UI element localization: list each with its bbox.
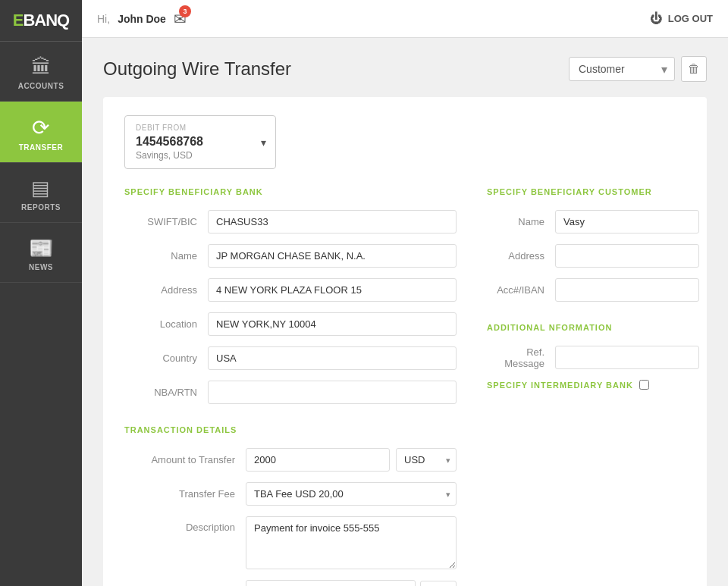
additional-info-section: ADDITIONAL NFORMATION Ref. Message — [487, 323, 699, 369]
nba-row: NBA/RTN — [124, 381, 457, 404]
bank-address-row: Address — [124, 278, 457, 302]
accounts-icon: 🏛 — [31, 55, 52, 79]
greeting: Hi, — [97, 13, 110, 25]
swift-label: SWIFT/BIC — [124, 216, 208, 227]
description-textarea[interactable] — [246, 516, 457, 569]
keyboard-button[interactable]: ⌨ ▾ — [420, 581, 457, 587]
ref-input[interactable] — [555, 346, 699, 369]
sidebar-item-transfer[interactable]: ⟳ TRANSFER — [0, 102, 82, 163]
logout-button[interactable]: ⏻ LOG OUT — [650, 12, 713, 26]
cust-address-label: Address — [487, 250, 555, 262]
tan-input[interactable] — [246, 580, 416, 586]
fee-select-wrap: TBA Fee USD 20,00 Fixed Fee USD 10,00 — [246, 482, 457, 506]
additional-info-title: ADDITIONAL NFORMATION — [487, 323, 699, 332]
topbar: Hi, John Doe ✉ 3 ⏻ LOG OUT — [82, 0, 728, 38]
cust-address-row: Address — [487, 244, 699, 268]
cust-acc-label: Acc#/IBAN — [487, 284, 555, 296]
bank-address-input[interactable] — [208, 278, 457, 302]
beneficiary-bank-col: SPECIFY BENEFICIARY BANK SWIFT/BIC Name … — [124, 187, 457, 586]
sidebar-item-news[interactable]: 📰 NEWS — [0, 223, 82, 283]
cust-name-row: Name — [487, 210, 699, 233]
cust-acc-row: Acc#/IBAN — [487, 278, 699, 302]
sidebar-item-label-news: NEWS — [29, 263, 53, 271]
nba-label: NBA/RTN — [124, 387, 208, 398]
debit-from-account: 1454568768 — [136, 135, 265, 149]
fee-row: Transfer Fee TBA Fee USD 20,00 Fixed Fee… — [124, 482, 457, 506]
bank-location-row: Location — [124, 312, 457, 336]
page-header: Outgoing Wire Transfer Customer Business… — [103, 56, 707, 82]
form-columns: SPECIFY BENEFICIARY BANK SWIFT/BIC Name … — [124, 187, 686, 586]
bank-name-row: Name — [124, 244, 457, 268]
sidebar-item-reports[interactable]: ▤ REPORTS — [0, 163, 82, 223]
nba-input[interactable] — [208, 381, 457, 404]
delete-button[interactable]: 🗑 — [681, 56, 707, 82]
topbar-left: Hi, John Doe ✉ 3 — [97, 10, 187, 28]
swift-input[interactable] — [208, 210, 457, 233]
mail-button[interactable]: ✉ 3 — [174, 10, 187, 28]
sidebar-item-label-reports: REPORTS — [21, 203, 61, 212]
trash-icon: 🗑 — [688, 62, 700, 76]
bank-name-input[interactable] — [208, 244, 457, 268]
bank-country-row: Country — [124, 346, 457, 370]
debit-from-type: Savings, USD — [136, 150, 265, 161]
transaction-title: TRANSACTION DETAILS — [124, 425, 457, 434]
bank-name-label: Name — [124, 250, 208, 262]
transfer-icon: ⟳ — [32, 115, 50, 140]
page-content: Outgoing Wire Transfer Customer Business… — [82, 38, 728, 586]
sidebar-item-label-accounts: ACCOUNTS — [18, 82, 64, 90]
currency-select-wrap: USD EUR GBP — [396, 448, 457, 472]
cust-address-input[interactable] — [555, 244, 699, 268]
reports-icon: ▤ — [31, 177, 51, 200]
logout-label: LOG OUT — [668, 13, 713, 24]
customer-dropdown[interactable]: Customer Business — [569, 57, 675, 81]
fee-label: Transfer Fee — [124, 488, 246, 500]
customer-select-wrapper: Customer Business — [569, 57, 675, 81]
beneficiary-bank-title: SPECIFY BENEFICIARY BANK — [124, 187, 457, 196]
currency-select[interactable]: USD EUR GBP — [396, 448, 457, 472]
bank-location-input[interactable] — [208, 312, 457, 336]
ref-message-row: Ref. Message — [487, 346, 699, 369]
intermediary-bank-row: SPECIFY INTERMEDIARY BANK — [487, 380, 699, 390]
page-title: Outgoing Wire Transfer — [103, 58, 291, 80]
bank-location-label: Location — [124, 318, 208, 330]
mail-badge: 3 — [179, 5, 191, 17]
bank-country-input[interactable] — [208, 346, 457, 370]
ref-label: Ref. Message — [487, 346, 555, 369]
cust-acc-input[interactable] — [555, 278, 699, 302]
debit-from-label: DEBIT FROM — [136, 124, 265, 132]
sidebar-item-label-transfer: TRANSFER — [19, 143, 63, 152]
main-area: Hi, John Doe ✉ 3 ⏻ LOG OUT Outgoing Wire… — [82, 0, 728, 586]
power-icon: ⏻ — [650, 12, 662, 26]
sidebar-item-accounts[interactable]: 🏛 ACCOUNTS — [0, 42, 82, 102]
amount-row: Amount to Transfer USD EUR GBP — [124, 448, 457, 472]
cust-name-input[interactable] — [555, 210, 699, 233]
username: John Doe — [118, 13, 166, 25]
debit-chevron-icon: ▾ — [261, 136, 266, 149]
desc-label: Description — [124, 516, 246, 533]
bank-country-label: Country — [124, 353, 208, 364]
fee-select[interactable]: TBA Fee USD 20,00 Fixed Fee USD 10,00 — [246, 482, 457, 506]
beneficiary-customer-title: SPECIFY BENEFICIARY CUSTOMER — [487, 187, 699, 196]
swift-row: SWIFT/BIC — [124, 210, 457, 233]
logo-text: EBANQ — [13, 11, 69, 30]
logo: EBANQ — [0, 0, 82, 42]
intermediary-bank-label: SPECIFY INTERMEDIARY BANK — [487, 381, 633, 390]
bank-address-label: Address — [124, 284, 208, 296]
debit-from-box[interactable]: DEBIT FROM 1454568768 Savings, USD ▾ — [124, 115, 276, 169]
intermediary-bank-checkbox[interactable] — [639, 380, 649, 390]
form-card: DEBIT FROM 1454568768 Savings, USD ▾ SPE… — [103, 97, 707, 586]
sidebar: EBANQ 🏛 ACCOUNTS ⟳ TRANSFER ▤ REPORTS 📰 … — [0, 0, 82, 586]
transaction-section: TRANSACTION DETAILS Amount to Transfer U… — [124, 425, 457, 586]
amount-label: Amount to Transfer — [124, 454, 246, 465]
cust-name-label: Name — [487, 216, 555, 227]
news-icon: 📰 — [29, 237, 54, 260]
beneficiary-customer-col: SPECIFY BENEFICIARY CUSTOMER Name Addres… — [487, 187, 699, 586]
description-row: Description — [124, 516, 457, 569]
tan-row: Transfer TAN ⌨ ▾ — [124, 580, 457, 586]
customer-select-wrap: Customer Business 🗑 — [569, 56, 707, 82]
amount-input[interactable] — [246, 448, 390, 472]
